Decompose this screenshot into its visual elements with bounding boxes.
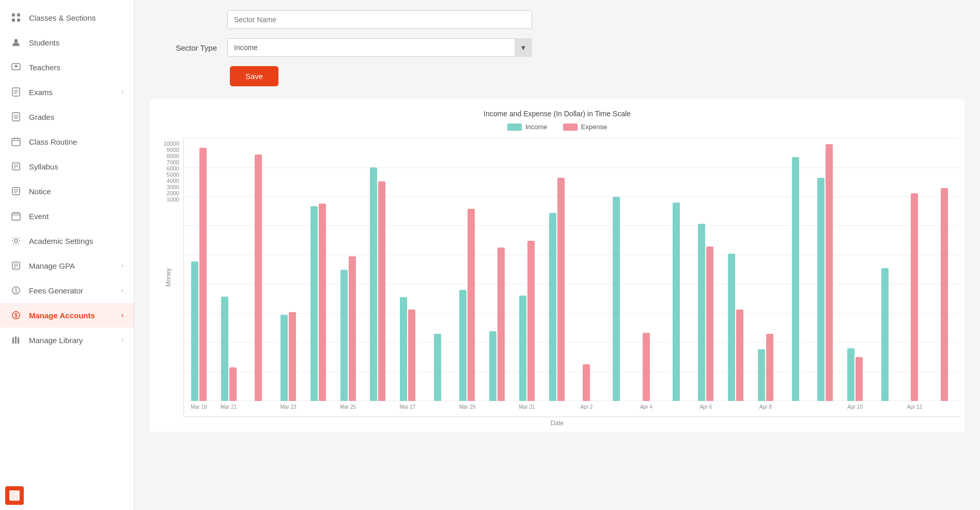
bar-income: [847, 348, 854, 401]
expense-legend-box: [563, 123, 578, 131]
x-axis-label: [870, 401, 900, 416]
sidebar-item-syllabus[interactable]: Syllabus: [0, 154, 134, 179]
bar-expense: [289, 312, 296, 401]
y-axis-label: 7000: [155, 159, 183, 165]
sidebar-item-exams[interactable]: Exams›: [0, 80, 134, 104]
x-axis-label: Mar 23: [273, 401, 303, 416]
y-axis-label: 8000: [155, 153, 183, 159]
grid-icon: [10, 12, 22, 23]
save-button[interactable]: Save: [230, 66, 278, 86]
x-axis-label: Mar 25: [333, 401, 363, 416]
notice-icon: [10, 186, 22, 197]
sidebar-item-grades[interactable]: Grades: [0, 104, 134, 129]
legend-income: Income: [507, 123, 548, 131]
sidebar-item-label: Academic Settings: [29, 237, 93, 245]
sector-name-row: [150, 10, 965, 29]
sidebar-item-label: Grades: [29, 113, 54, 121]
chart-container: Income and Expense (In Dollar) in Time S…: [150, 99, 965, 432]
bar-expense: [255, 154, 262, 401]
exam-icon: [10, 86, 22, 98]
x-axis-label: Mar 31: [512, 401, 542, 416]
bar-income: [549, 213, 556, 401]
sector-name-input[interactable]: [227, 10, 532, 29]
svg-point-31: [14, 239, 18, 242]
bar-group: [453, 209, 483, 401]
sector-type-row: Sector Type IncomeExpense ▼: [150, 38, 965, 57]
x-axis-label: Apr 2: [572, 401, 602, 416]
y-axis: 1000200030004000500060007000800090001000…: [155, 138, 183, 218]
sidebar-item-fees-generator[interactable]: $Fees Generator›: [0, 278, 134, 303]
sidebar-item-manage-gpa[interactable]: Manage GPA›: [0, 253, 134, 278]
sidebar-item-notice[interactable]: Notice: [0, 179, 134, 204]
y-axis-title: Money: [165, 268, 172, 287]
main-content: Sector Type IncomeExpense ▼ Save Income …: [134, 0, 980, 510]
sidebar-item-academic-settings[interactable]: Academic Settings: [0, 228, 134, 253]
y-axis-label: 6000: [155, 165, 183, 172]
chevron-right-icon: ›: [121, 312, 123, 319]
chevron-right-icon: ›: [121, 336, 123, 344]
sidebar-item-label: Manage Library: [29, 336, 83, 345]
svg-rect-27: [12, 213, 20, 220]
sidebar-item-manage-accounts[interactable]: $Manage Accounts›: [0, 303, 134, 328]
x-axis-label: [781, 401, 811, 416]
income-legend-box: [507, 123, 522, 131]
sidebar-item-teachers[interactable]: Teachers: [0, 55, 134, 80]
bar-group: [810, 144, 840, 401]
x-axis-label: Mar 29: [453, 401, 483, 416]
x-axis-label: Apr 6: [691, 401, 721, 416]
sector-type-label: Sector Type: [150, 43, 217, 52]
y-axis-label: 2000: [155, 190, 183, 196]
svg-rect-3: [17, 19, 20, 22]
bar-income: [370, 167, 377, 401]
sidebar-item-classes-sections[interactable]: Classes & Sections: [0, 5, 134, 30]
bar-expense: [643, 333, 650, 401]
svg-text:$: $: [14, 313, 18, 318]
x-labels: Mar 19Mar 21Mar 23Mar 25Mar 27Mar 29Mar …: [184, 401, 959, 416]
syllabus-icon: [10, 161, 22, 172]
accounts-icon: $: [10, 310, 22, 321]
x-axis-label: Mar 21: [214, 401, 244, 416]
x-axis-label: [661, 401, 691, 416]
bar-expense: [911, 193, 918, 401]
svg-text:$: $: [14, 288, 18, 293]
bar-group: [243, 154, 273, 401]
chevron-right-icon: ›: [121, 88, 123, 96]
person-icon: [10, 37, 22, 48]
x-axis-label: Apr 10: [840, 401, 870, 416]
bar-income: [459, 290, 466, 401]
x-axis-label: Apr 8: [751, 401, 781, 416]
sidebar-item-students[interactable]: Students: [0, 30, 134, 55]
bar-group: [601, 197, 631, 401]
bar-income: [613, 197, 620, 401]
bar-income: [817, 178, 825, 401]
legend-expense: Expense: [563, 123, 608, 131]
x-axis-label: [542, 401, 572, 416]
bar-expense: [855, 357, 863, 401]
sidebar-item-class-routine[interactable]: Class Routine: [0, 129, 134, 154]
sector-type-select[interactable]: IncomeExpense: [227, 38, 532, 57]
bar-group: [929, 188, 959, 401]
bar-income: [728, 254, 735, 401]
sidebar-item-label: Manage Accounts: [29, 311, 95, 320]
bar-group: [751, 334, 781, 401]
bar-income: [434, 334, 441, 401]
bar-expense: [408, 310, 415, 401]
bar-expense: [497, 248, 505, 401]
bar-group: [512, 241, 542, 401]
bar-expense: [766, 334, 773, 401]
calendar-icon: [10, 136, 22, 147]
bar-income: [310, 206, 318, 401]
bar-group: [423, 334, 453, 401]
bar-expense: [229, 367, 237, 401]
app-logo: [5, 486, 24, 505]
svg-rect-1: [17, 13, 20, 17]
svg-rect-42: [18, 337, 19, 344]
bar-group: [363, 167, 393, 401]
bar-income: [400, 297, 407, 401]
gear-icon: [10, 235, 22, 246]
svg-rect-2: [12, 19, 15, 22]
sidebar-item-event[interactable]: Event: [0, 204, 134, 228]
sidebar-item-manage-library[interactable]: Manage Library›: [0, 328, 134, 352]
chart-wrap: Money 1000200030004000500060007000800090…: [155, 138, 959, 417]
bar-group: [900, 193, 930, 401]
